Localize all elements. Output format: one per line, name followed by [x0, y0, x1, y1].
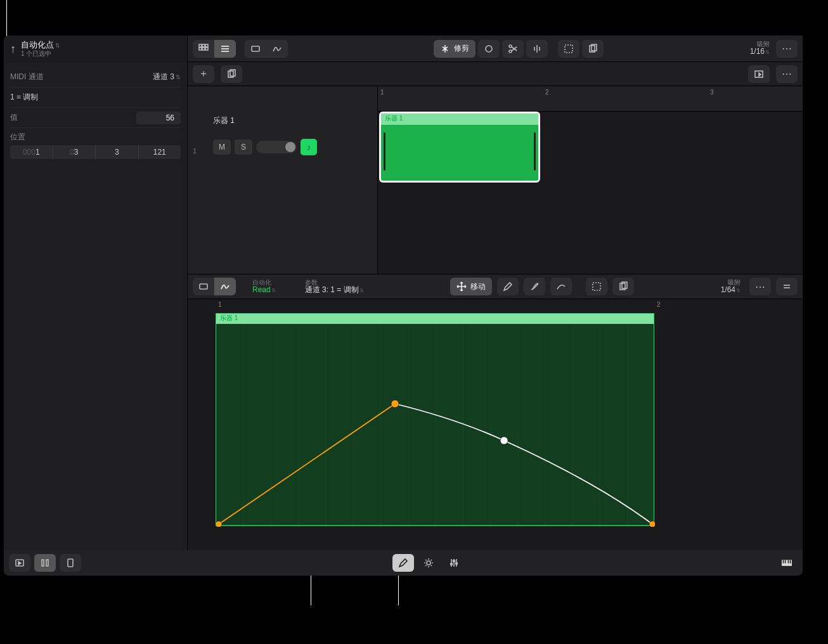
editor-more-button[interactable]: ⋯ — [749, 278, 771, 295]
automation-segment-2[interactable] — [395, 404, 652, 524]
automation-point-selected[interactable] — [391, 400, 399, 408]
tracks-more-button[interactable]: ⋯ — [776, 65, 798, 83]
midi-channel-value[interactable]: 通道 3 — [153, 72, 181, 82]
editor-region-button[interactable] — [193, 278, 214, 295]
inspector-panel: MIDI 通道 通道 3 1 = 调制 值 56 位置 0001 03 3 12… — [4, 62, 188, 567]
grid-view-button[interactable] — [193, 40, 214, 58]
main-area: ＋ ⋯ 乐器 1 1 M S ♪ — [188, 62, 803, 567]
value-field[interactable]: 56 — [136, 112, 181, 124]
svg-rect-22 — [200, 284, 207, 289]
sliders-button[interactable] — [443, 554, 465, 572]
instrument-icon[interactable]: ♪ — [301, 139, 317, 155]
automation-mode-popup[interactable]: 自动化 Read — [252, 279, 276, 294]
track-index: 1 — [193, 147, 197, 155]
loop-button[interactable] — [478, 40, 500, 58]
svg-rect-46 — [42, 560, 44, 566]
volume-slider[interactable] — [256, 141, 297, 153]
track-header-column: 乐器 1 1 M S ♪ — [188, 86, 378, 274]
app-window: ↑ 自动化点 1 个已选中 修剪 — [4, 35, 803, 567]
inspector-header: ↑ 自动化点 1 个已选中 — [4, 35, 188, 62]
move-tool-button[interactable]: 移动 — [450, 278, 492, 295]
add-track-button[interactable]: ＋ — [193, 65, 214, 83]
svg-rect-9 — [252, 46, 259, 51]
automation-curve[interactable] — [216, 324, 655, 527]
parameter-popup[interactable]: 参数 通道 3: 1 = 调制 — [305, 279, 364, 294]
copy-button[interactable] — [582, 40, 604, 58]
curve-tool-button[interactable] — [550, 278, 572, 295]
region-right-handle[interactable] — [534, 132, 536, 171]
editor-region[interactable]: 乐器 1 — [216, 313, 654, 526]
position-field[interactable]: 0001 03 3 121 — [10, 145, 181, 159]
snap-top-block[interactable]: 吸附 1/16 — [750, 41, 770, 56]
svg-point-55 — [456, 563, 458, 565]
editor-copy-button[interactable] — [612, 278, 634, 295]
automation-point-end[interactable] — [649, 521, 655, 527]
tracks-area: 乐器 1 1 M S ♪ 1 2 3 乐器 1 — [188, 86, 803, 274]
editor-ruler[interactable]: 1 2 — [216, 299, 803, 313]
pencil-bottom-button[interactable] — [392, 554, 414, 572]
position-label: 位置 — [10, 132, 25, 141]
more-top-button[interactable]: ⋯ — [776, 40, 798, 58]
svg-rect-59 — [788, 560, 789, 564]
editor-region-header: 乐器 1 — [216, 314, 654, 324]
inspector-subtitle: 1 个已选中 — [21, 50, 60, 57]
svg-point-54 — [453, 560, 455, 562]
controller-label: 1 = 调制 — [10, 92, 38, 103]
list-view-button[interactable] — [214, 40, 236, 58]
svg-point-49 — [427, 561, 430, 565]
keyboard-button[interactable] — [776, 554, 798, 572]
scissors-button[interactable] — [502, 40, 524, 58]
automation-segment-1[interactable] — [219, 404, 395, 524]
tracks-ruler[interactable]: 1 2 3 — [378, 86, 803, 112]
editor-curve-button[interactable] — [214, 278, 236, 295]
duplicate-track-button[interactable] — [221, 65, 242, 83]
curve-button[interactable] — [266, 40, 288, 58]
svg-rect-60 — [790, 560, 791, 564]
svg-rect-48 — [68, 559, 73, 567]
library-button[interactable] — [9, 554, 30, 572]
tracks-secondary-toolbar: ＋ ⋯ — [188, 62, 803, 86]
svg-rect-5 — [205, 48, 208, 50]
region-button[interactable] — [245, 40, 266, 58]
midi-channel-label: MIDI 通道 — [10, 72, 44, 82]
svg-point-12 — [509, 45, 512, 48]
automation-curve-handle[interactable] — [500, 437, 508, 444]
editor-drag-handle[interactable] — [776, 278, 798, 295]
solo-button[interactable]: S — [235, 139, 252, 155]
svg-rect-23 — [593, 283, 600, 290]
view-mode-segment — [193, 40, 236, 58]
editor-toolbar: 自动化 Read 参数 通道 3: 1 = 调制 移动 — [188, 274, 803, 299]
svg-point-53 — [451, 564, 453, 565]
pencil-button[interactable] — [497, 278, 519, 295]
split-button[interactable] — [526, 40, 548, 58]
catch-playhead-button[interactable] — [748, 65, 770, 83]
snap-top-value: 1/16 — [750, 48, 770, 56]
svg-point-11 — [509, 50, 512, 53]
svg-rect-0 — [199, 44, 202, 47]
mixer-button[interactable] — [34, 554, 56, 572]
inspector-title[interactable]: 自动化点 — [21, 41, 60, 49]
editor-marquee-button[interactable] — [586, 278, 607, 295]
back-arrow-icon[interactable]: ↑ — [10, 42, 16, 56]
svg-rect-57 — [783, 560, 784, 564]
automation-point-start[interactable] — [216, 521, 222, 527]
snap-editor-block[interactable]: 吸附 1/64 — [721, 279, 741, 294]
svg-rect-1 — [202, 44, 205, 47]
value-label: 值 — [10, 112, 18, 123]
svg-rect-4 — [202, 48, 205, 50]
mute-button[interactable]: M — [213, 139, 231, 155]
region-curve-segment — [245, 40, 288, 58]
trim-tool-button[interactable]: 修剪 — [434, 40, 475, 58]
brush-button[interactable] — [524, 278, 545, 295]
bottom-bar — [4, 550, 803, 576]
svg-point-10 — [486, 46, 492, 52]
trim-label: 修剪 — [454, 43, 469, 54]
marquee-button[interactable] — [558, 40, 579, 58]
notes-button[interactable] — [60, 554, 81, 572]
region-left-handle[interactable] — [384, 132, 385, 171]
svg-rect-16 — [565, 45, 572, 53]
automation-editor[interactable]: 1 2 乐器 1 — [188, 299, 803, 567]
settings-gear-icon[interactable] — [418, 554, 439, 572]
svg-rect-3 — [199, 48, 202, 50]
midi-region[interactable]: 乐器 1 — [379, 112, 540, 183]
